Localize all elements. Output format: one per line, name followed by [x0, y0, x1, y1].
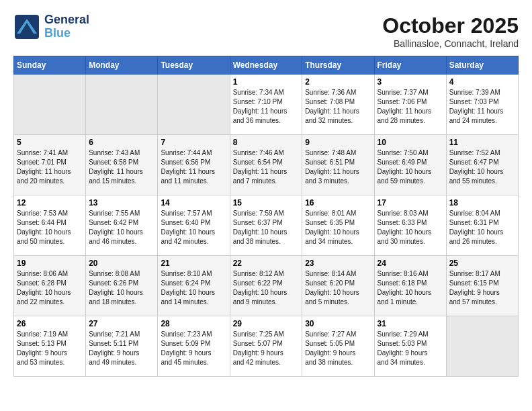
calendar-cell: 24Sunrise: 8:16 AM Sunset: 6:18 PM Dayli… [374, 256, 446, 316]
calendar-cell: 21Sunrise: 8:10 AM Sunset: 6:24 PM Dayli… [158, 256, 230, 316]
day-info: Sunrise: 7:48 AM Sunset: 6:51 PM Dayligh… [305, 148, 371, 186]
day-info: Sunrise: 8:16 AM Sunset: 6:18 PM Dayligh… [378, 269, 443, 307]
day-number: 19 [17, 259, 83, 268]
day-number: 11 [449, 138, 515, 147]
logo-text: General Blue [44, 13, 89, 40]
calendar-cell: 28Sunrise: 7:23 AM Sunset: 5:09 PM Dayli… [158, 316, 230, 377]
day-info: Sunrise: 8:04 AM Sunset: 6:31 PM Dayligh… [449, 209, 515, 246]
day-info: Sunrise: 8:08 AM Sunset: 6:26 PM Dayligh… [89, 269, 154, 307]
day-number: 20 [89, 259, 154, 268]
day-number: 29 [233, 319, 300, 328]
day-number: 6 [89, 138, 154, 147]
day-info: Sunrise: 7:43 AM Sunset: 6:58 PM Dayligh… [89, 148, 154, 186]
day-number: 18 [449, 198, 515, 208]
day-info: Sunrise: 7:53 AM Sunset: 6:44 PM Dayligh… [17, 209, 83, 246]
calendar-cell: 29Sunrise: 7:25 AM Sunset: 5:07 PM Dayli… [230, 316, 302, 377]
calendar-cell: 4Sunrise: 7:39 AM Sunset: 7:03 PM Daylig… [446, 75, 518, 135]
day-info: Sunrise: 7:27 AM Sunset: 5:05 PM Dayligh… [305, 330, 371, 367]
day-info: Sunrise: 7:59 AM Sunset: 6:37 PM Dayligh… [233, 209, 300, 246]
day-number: 7 [161, 138, 226, 147]
day-info: Sunrise: 7:19 AM Sunset: 5:13 PM Dayligh… [17, 330, 83, 367]
day-number: 17 [378, 198, 443, 208]
day-info: Sunrise: 7:36 AM Sunset: 7:08 PM Dayligh… [305, 88, 371, 126]
day-info: Sunrise: 7:50 AM Sunset: 6:49 PM Dayligh… [378, 148, 443, 186]
day-info: Sunrise: 7:37 AM Sunset: 7:06 PM Dayligh… [378, 88, 443, 126]
header-sunday: Sunday [14, 56, 86, 75]
logo: General Blue [13, 13, 89, 40]
day-info: Sunrise: 7:41 AM Sunset: 7:01 PM Dayligh… [17, 148, 83, 186]
calendar-cell: 18Sunrise: 8:04 AM Sunset: 6:31 PM Dayli… [446, 195, 518, 256]
calendar-cell: 17Sunrise: 8:03 AM Sunset: 6:33 PM Dayli… [374, 195, 446, 256]
calendar-week-row: 19Sunrise: 8:06 AM Sunset: 6:28 PM Dayli… [14, 256, 519, 316]
calendar-week-row: 12Sunrise: 7:53 AM Sunset: 6:44 PM Dayli… [14, 195, 519, 256]
calendar-cell: 5Sunrise: 7:41 AM Sunset: 7:01 PM Daylig… [14, 135, 86, 195]
day-info: Sunrise: 7:57 AM Sunset: 6:40 PM Dayligh… [161, 209, 226, 246]
day-number: 5 [17, 138, 83, 147]
calendar-cell: 8Sunrise: 7:46 AM Sunset: 6:54 PM Daylig… [230, 135, 302, 195]
calendar-cell: 14Sunrise: 7:57 AM Sunset: 6:40 PM Dayli… [158, 195, 230, 256]
day-number: 16 [305, 198, 371, 208]
calendar-cell: 10Sunrise: 7:50 AM Sunset: 6:49 PM Dayli… [374, 135, 446, 195]
day-number: 23 [305, 259, 371, 268]
day-info: Sunrise: 7:34 AM Sunset: 7:10 PM Dayligh… [233, 88, 300, 126]
page-header: General Blue October 2025 Ballinasloe, C… [13, 13, 519, 49]
day-number: 22 [233, 259, 300, 268]
day-info: Sunrise: 8:12 AM Sunset: 6:22 PM Dayligh… [233, 269, 300, 307]
calendar-cell: 2Sunrise: 7:36 AM Sunset: 7:08 PM Daylig… [302, 75, 374, 135]
subtitle: Ballinasloe, Connacht, Ireland [382, 38, 519, 49]
header-tuesday: Tuesday [158, 56, 230, 75]
day-number: 21 [161, 259, 226, 268]
day-number: 8 [233, 138, 300, 147]
day-info: Sunrise: 7:23 AM Sunset: 5:09 PM Dayligh… [161, 330, 226, 367]
day-info: Sunrise: 8:01 AM Sunset: 6:35 PM Dayligh… [305, 209, 371, 246]
day-number: 28 [161, 319, 226, 328]
day-info: Sunrise: 8:14 AM Sunset: 6:20 PM Dayligh… [305, 269, 371, 307]
day-number: 15 [233, 198, 300, 208]
day-number: 3 [378, 77, 443, 87]
day-number: 1 [233, 77, 300, 87]
calendar-cell: 12Sunrise: 7:53 AM Sunset: 6:44 PM Dayli… [14, 195, 86, 256]
day-info: Sunrise: 7:29 AM Sunset: 5:03 PM Dayligh… [378, 330, 443, 367]
header-monday: Monday [86, 56, 158, 75]
calendar-cell: 27Sunrise: 7:21 AM Sunset: 5:11 PM Dayli… [86, 316, 158, 377]
calendar-header-row: SundayMondayTuesdayWednesdayThursdayFrid… [14, 56, 519, 75]
calendar-cell: 23Sunrise: 8:14 AM Sunset: 6:20 PM Dayli… [302, 256, 374, 316]
calendar-cell [446, 316, 518, 377]
calendar-cell: 1Sunrise: 7:34 AM Sunset: 7:10 PM Daylig… [230, 75, 302, 135]
calendar-cell: 30Sunrise: 7:27 AM Sunset: 5:05 PM Dayli… [302, 316, 374, 377]
header-thursday: Thursday [302, 56, 374, 75]
day-info: Sunrise: 7:21 AM Sunset: 5:11 PM Dayligh… [89, 330, 154, 367]
day-info: Sunrise: 8:17 AM Sunset: 6:15 PM Dayligh… [449, 269, 515, 307]
calendar-cell: 15Sunrise: 7:59 AM Sunset: 6:37 PM Dayli… [230, 195, 302, 256]
day-info: Sunrise: 8:06 AM Sunset: 6:28 PM Dayligh… [17, 269, 83, 307]
calendar-cell: 3Sunrise: 7:37 AM Sunset: 7:06 PM Daylig… [374, 75, 446, 135]
calendar-week-row: 26Sunrise: 7:19 AM Sunset: 5:13 PM Dayli… [14, 316, 519, 377]
calendar-cell: 16Sunrise: 8:01 AM Sunset: 6:35 PM Dayli… [302, 195, 374, 256]
calendar-cell [158, 75, 230, 135]
day-info: Sunrise: 8:10 AM Sunset: 6:24 PM Dayligh… [161, 269, 226, 307]
header-wednesday: Wednesday [230, 56, 302, 75]
day-info: Sunrise: 7:39 AM Sunset: 7:03 PM Dayligh… [449, 88, 515, 126]
day-info: Sunrise: 7:55 AM Sunset: 6:42 PM Dayligh… [89, 209, 154, 246]
calendar-cell: 11Sunrise: 7:52 AM Sunset: 6:47 PM Dayli… [446, 135, 518, 195]
calendar-cell [86, 75, 158, 135]
calendar-cell: 25Sunrise: 8:17 AM Sunset: 6:15 PM Dayli… [446, 256, 518, 316]
day-number: 9 [305, 138, 371, 147]
day-number: 2 [305, 77, 371, 87]
logo-icon [13, 13, 40, 40]
calendar-cell: 6Sunrise: 7:43 AM Sunset: 6:58 PM Daylig… [86, 135, 158, 195]
calendar-week-row: 5Sunrise: 7:41 AM Sunset: 7:01 PM Daylig… [14, 135, 519, 195]
day-info: Sunrise: 7:46 AM Sunset: 6:54 PM Dayligh… [233, 148, 300, 186]
day-info: Sunrise: 8:03 AM Sunset: 6:33 PM Dayligh… [378, 209, 443, 246]
day-number: 30 [305, 319, 371, 328]
title-block: October 2025 Ballinasloe, Connacht, Irel… [382, 13, 519, 49]
calendar-cell: 22Sunrise: 8:12 AM Sunset: 6:22 PM Dayli… [230, 256, 302, 316]
day-number: 12 [17, 198, 83, 208]
calendar-cell: 19Sunrise: 8:06 AM Sunset: 6:28 PM Dayli… [14, 256, 86, 316]
calendar-cell: 7Sunrise: 7:44 AM Sunset: 6:56 PM Daylig… [158, 135, 230, 195]
calendar-cell: 31Sunrise: 7:29 AM Sunset: 5:03 PM Dayli… [374, 316, 446, 377]
day-number: 24 [378, 259, 443, 268]
calendar-cell [14, 75, 86, 135]
calendar-table: SundayMondayTuesdayWednesdayThursdayFrid… [13, 56, 519, 377]
day-info: Sunrise: 7:25 AM Sunset: 5:07 PM Dayligh… [233, 330, 300, 367]
